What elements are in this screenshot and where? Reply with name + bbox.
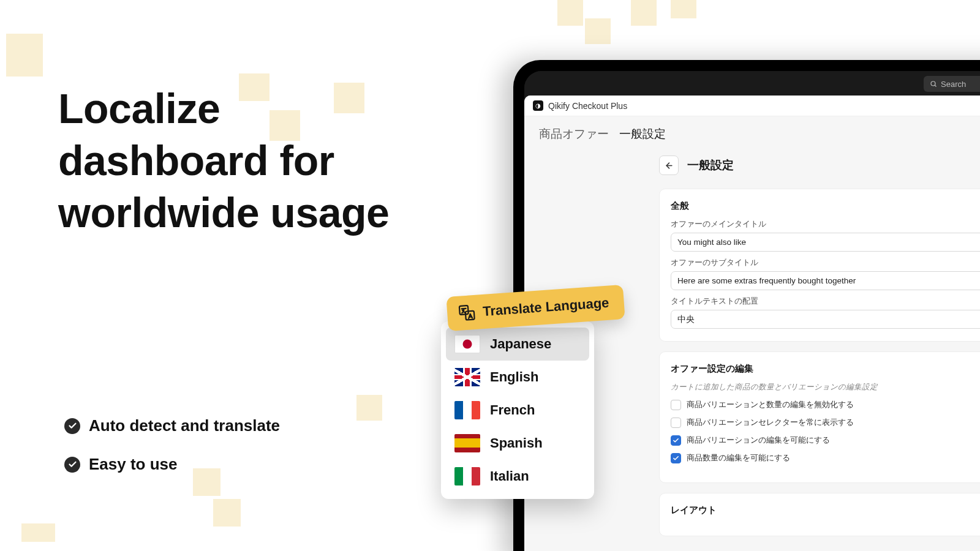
card-layout: レイアウト: [659, 493, 980, 536]
checkbox[interactable]: [671, 453, 681, 463]
decoration: [356, 395, 382, 421]
checkbox-row: 商品バリエーションと数量の編集を無効化する: [671, 399, 980, 410]
flag-jp-icon: [454, 335, 480, 353]
language-option-it[interactable]: Italian: [446, 460, 589, 493]
language-option-uk[interactable]: English: [446, 361, 589, 394]
translate-icon: [458, 304, 476, 322]
main-title-input[interactable]: [671, 233, 980, 252]
breadcrumb-parent[interactable]: 商品オファー: [539, 127, 609, 140]
language-option-fr[interactable]: French: [446, 394, 589, 427]
check-icon: [64, 418, 80, 434]
checkbox-label: 商品数量の編集を可能にする: [687, 452, 790, 463]
checkbox-row: 商品バリエーションセレクターを常に表示する: [671, 417, 980, 428]
decoration: [557, 0, 583, 26]
decoration: [631, 0, 657, 26]
flag-uk-icon: [454, 368, 480, 386]
language-label: Japanese: [490, 336, 551, 352]
breadcrumb-current: 一般設定: [619, 127, 666, 140]
app-logo-icon: ◑: [533, 100, 543, 111]
language-label: English: [490, 369, 538, 385]
top-bar: Search: [524, 71, 980, 96]
card-general: 全般 オファーのメインタイトル オファーのサブタイトル タイトルテキストの配置: [659, 189, 980, 342]
page-title: 一般設定: [687, 157, 734, 173]
hero-headline: Localize dashboard for worldwide usage: [58, 83, 438, 239]
arrow-left-icon: [665, 161, 674, 170]
search-placeholder: Search: [941, 80, 966, 89]
card-heading: 全般: [671, 200, 980, 212]
field-label: オファーのメインタイトル: [671, 219, 980, 230]
breadcrumb: 商品オファー 一般設定: [524, 116, 980, 148]
search-input[interactable]: Search: [924, 76, 980, 92]
flag-es-icon: [454, 434, 480, 452]
card-edit-settings: オファー設定の編集 カートに追加した商品の数量とバリエーションの編集設定 商品バ…: [659, 351, 980, 483]
bullet-item: Auto detect and translate: [64, 416, 280, 435]
check-icon: [64, 457, 80, 473]
checkbox-label: 商品バリエーションの編集を可能にする: [687, 435, 830, 446]
helper-text: カートに追加した商品の数量とバリエーションの編集設定: [671, 382, 980, 392]
svg-line-1: [935, 85, 936, 86]
checkbox[interactable]: [671, 435, 681, 446]
language-label: Italian: [490, 468, 529, 484]
checkbox[interactable]: [671, 400, 681, 410]
field-label: オファーのサブタイトル: [671, 258, 980, 268]
checkbox-row: 商品数量の編集を可能にする: [671, 452, 980, 463]
flag-it-icon: [454, 467, 480, 485]
checkbox-label: 商品バリエーションセレクターを常に表示する: [687, 417, 854, 428]
bullet-list: Auto detect and translate Easy to use: [64, 416, 280, 493]
back-button[interactable]: [659, 156, 679, 175]
card-heading: レイアウト: [671, 504, 980, 516]
app-name: Qikify Checkout Plus: [548, 101, 627, 111]
decoration: [671, 0, 696, 18]
bullet-label: Auto detect and translate: [89, 416, 280, 435]
decoration: [21, 523, 55, 542]
decoration: [213, 499, 241, 527]
decoration: [585, 18, 611, 44]
language-label: Spanish: [490, 435, 543, 451]
translate-tag-label: Translate Language: [482, 295, 609, 320]
language-option-es[interactable]: Spanish: [446, 427, 589, 460]
checkbox[interactable]: [671, 418, 681, 428]
checkbox-label: 商品バリエーションと数量の編集を無効化する: [687, 399, 854, 410]
align-select[interactable]: [671, 310, 980, 329]
sub-title-input[interactable]: [671, 271, 980, 290]
page-title-row: 一般設定: [659, 156, 980, 175]
bullet-label: Easy to use: [89, 455, 178, 474]
card-heading: オファー設定の編集: [671, 363, 980, 375]
language-dropdown: JapaneseEnglishFrenchSpanishItalian: [441, 321, 594, 499]
search-icon: [930, 80, 937, 88]
field-label: タイトルテキストの配置: [671, 296, 980, 307]
flag-fr-icon: [454, 401, 480, 419]
app-header: ◑ Qikify Checkout Plus: [524, 96, 980, 116]
language-label: French: [490, 402, 535, 418]
bullet-item: Easy to use: [64, 455, 280, 474]
language-option-jp[interactable]: Japanese: [446, 328, 589, 361]
decoration: [6, 34, 43, 77]
svg-point-0: [931, 81, 935, 86]
checkbox-row: 商品バリエーションの編集を可能にする: [671, 435, 980, 446]
